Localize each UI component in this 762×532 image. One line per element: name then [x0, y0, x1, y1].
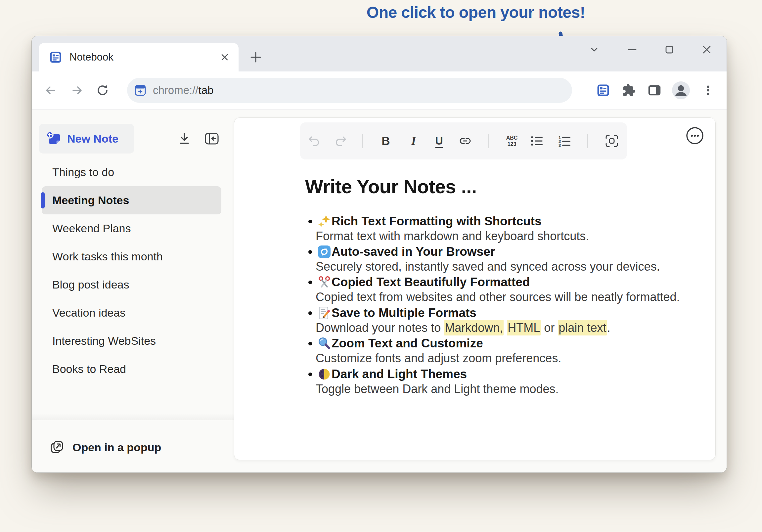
- profile-avatar[interactable]: [672, 81, 690, 100]
- more-options-icon[interactable]: [686, 126, 704, 145]
- note-item-meeting-notes[interactable]: Meeting Notes: [42, 186, 221, 214]
- feature-title: Copied Text Beautifully Formatted: [332, 274, 530, 290]
- svg-text:ABC: ABC: [506, 135, 518, 141]
- bullet-dot: [308, 250, 312, 254]
- highlight-markdown: Markdown,: [444, 320, 503, 336]
- sync-icon: [318, 245, 331, 259]
- note-list: Things to do Meeting Notes Weekend Plans…: [32, 158, 234, 383]
- feature-desc: Copied text from websites and other sour…: [316, 290, 680, 304]
- bulleted-list-icon[interactable]: [527, 132, 546, 150]
- note-item-things-to-do[interactable]: Things to do: [42, 158, 221, 186]
- undo-icon[interactable]: [305, 132, 324, 150]
- toolbar-divider: [362, 134, 363, 148]
- feature-title: Save to Multiple Formats: [332, 305, 477, 321]
- italic-icon[interactable]: I: [404, 132, 423, 150]
- new-tab-button[interactable]: [247, 48, 265, 66]
- tab-notebook[interactable]: Notebook: [39, 43, 239, 71]
- open-in-popup-button[interactable]: Open in a popup: [49, 439, 161, 455]
- feature-desc: Download your notes to Markdown, HTML or…: [316, 321, 610, 335]
- feature-desc: Toggle between Dark and Light theme mode…: [316, 382, 559, 396]
- extension-page: New Note Things to do Meeting Notes Week…: [32, 110, 726, 473]
- note-item-work-tasks[interactable]: Work tasks this month: [42, 243, 221, 270]
- note-heading: Write Your Notes ...: [305, 175, 477, 197]
- feature-zoom-customize: Zoom Text and Customize Customize fonts …: [308, 336, 699, 367]
- menu-kebab-icon[interactable]: [699, 81, 717, 100]
- sidebar-footer-fade: [32, 413, 234, 420]
- feature-auto-saved: Auto-saved in Your Browser Securely stor…: [308, 244, 699, 275]
- feature-title: Rich Text Formatting with Shortcuts: [332, 213, 542, 229]
- svg-text:123: 123: [507, 141, 516, 147]
- window-close-icon[interactable]: [700, 43, 713, 56]
- back-icon[interactable]: [41, 81, 59, 100]
- notebook-favicon-icon: [50, 51, 61, 63]
- collapse-sidebar-icon[interactable]: [202, 129, 221, 148]
- bold-icon[interactable]: B: [377, 132, 395, 150]
- scissors-icon: [318, 275, 331, 289]
- tab-title: Notebook: [69, 51, 114, 63]
- bullet-dot: [308, 220, 312, 223]
- bullet-dot: [308, 311, 312, 315]
- spellcheck-abc-123-icon[interactable]: ABC 123: [502, 132, 521, 150]
- annotation-headline: One click to open your notes!: [367, 3, 585, 22]
- side-panel-icon[interactable]: [645, 81, 664, 100]
- new-note-button[interactable]: New Note: [39, 124, 134, 154]
- open-popup-icon: [49, 439, 65, 455]
- browser-window: Notebook: [32, 36, 727, 473]
- memo-icon: [318, 306, 331, 320]
- new-note-label: New Note: [67, 132, 118, 145]
- link-icon[interactable]: [456, 132, 475, 150]
- feature-save-formats: Save to Multiple Formats Download your n…: [308, 305, 699, 336]
- redo-icon[interactable]: [331, 132, 350, 150]
- half-moon-icon: [318, 368, 331, 381]
- open-popup-label: Open in a popup: [72, 441, 161, 454]
- new-note-icon: [46, 131, 61, 146]
- feature-rich-text: Rich Text Formatting with Shortcuts Form…: [308, 213, 699, 245]
- editor-toolbar: B I U ABC 123: [300, 122, 627, 160]
- highlight-html: HTML: [507, 320, 541, 336]
- sparkles-icon: [318, 215, 331, 228]
- feature-title: Zoom Text and Customize: [332, 336, 483, 351]
- window-minimize-icon[interactable]: [626, 43, 639, 56]
- selected-indicator: [41, 192, 45, 208]
- window-chevron-down-icon[interactable]: [588, 43, 601, 56]
- tab-close-icon[interactable]: [218, 51, 231, 64]
- feature-title: Auto-saved in Your Browser: [332, 244, 495, 260]
- feature-desc: Format text with markdown and keyboard s…: [316, 229, 589, 244]
- svg-text:3: 3: [559, 143, 561, 148]
- note-item-interesting-websites[interactable]: Interesting WebSites: [42, 327, 221, 355]
- underline-icon[interactable]: U: [430, 132, 448, 150]
- bullet-dot: [308, 280, 312, 284]
- notes-sidebar: New Note Things to do Meeting Notes Week…: [32, 110, 234, 473]
- feature-title: Dark and Light Themes: [332, 366, 467, 382]
- reload-icon[interactable]: [93, 81, 112, 100]
- toolbar-divider: [489, 134, 489, 148]
- address-bar[interactable]: chrome://tab: [127, 78, 572, 103]
- bullet-dot: [308, 342, 312, 345]
- feature-desc: Securely stored, instantly saved and syn…: [316, 260, 660, 274]
- highlight-plain-text: plain text: [558, 320, 607, 336]
- note-item-books-to-read[interactable]: Books to Read: [42, 355, 221, 383]
- numbered-list-icon[interactable]: 1 2 3: [555, 132, 574, 150]
- url-text[interactable]: chrome://tab: [153, 84, 213, 97]
- tab-strip: Notebook: [32, 36, 726, 71]
- sidebar-divider: [37, 420, 233, 420]
- feature-dark-light-themes: Dark and Light Themes Toggle between Dar…: [308, 366, 699, 397]
- site-notebook-sparkle-icon: [134, 84, 146, 96]
- forward-icon[interactable]: [68, 81, 87, 100]
- magnifier-icon: [318, 337, 331, 350]
- editor-area: B I U ABC 123: [234, 110, 726, 473]
- note-item-blog-post-ideas[interactable]: Blog post ideas: [42, 270, 221, 299]
- toolbar-divider: [587, 134, 588, 148]
- browser-toolbar: chrome://tab: [32, 71, 726, 110]
- note-item-weekend-plans[interactable]: Weekend Plans: [42, 214, 221, 243]
- note-item-vecation-ideas[interactable]: Vecation ideas: [42, 299, 221, 327]
- window-maximize-icon[interactable]: [663, 43, 676, 56]
- note-editor-card: B I U ABC 123: [234, 117, 716, 460]
- feature-desc: Customize fonts and adjust zoom preferen…: [316, 351, 561, 366]
- extensions-puzzle-icon[interactable]: [620, 81, 638, 100]
- download-notes-icon[interactable]: [175, 129, 193, 148]
- feature-copied-text: Copied Text Beautifully Formatted Copied…: [308, 274, 699, 305]
- pinned-notebook-extension-icon[interactable]: [594, 81, 612, 100]
- focus-mode-icon[interactable]: [602, 132, 621, 150]
- bullet-dot: [308, 372, 312, 376]
